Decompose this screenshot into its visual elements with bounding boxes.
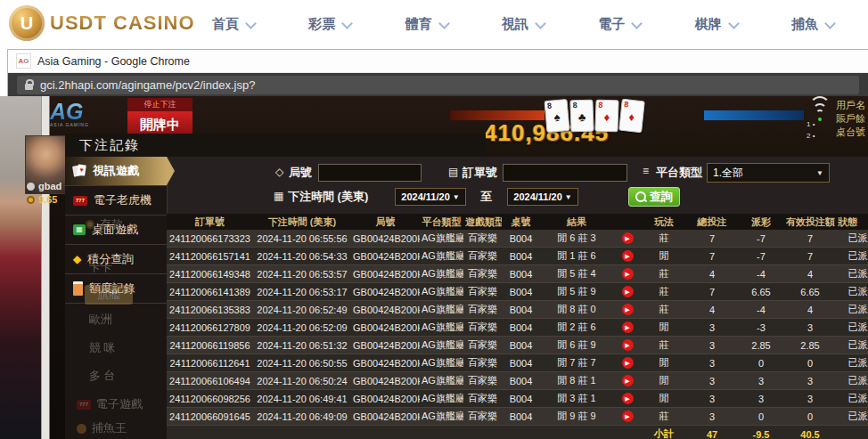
cell-status: 已派彩 [836,372,868,390]
cell-round-no: GB00424B200HG [351,337,420,354]
cell-play-type: 莊 [642,408,686,426]
bet-record-row: 241120066106494 2024-11-20 06:50:24 GB00… [167,372,868,390]
cell-order-no: 241120066106494 [167,372,253,390]
nav-item-fishing[interactable]: 捕魚 [791,16,834,33]
play-video-button[interactable] [622,393,634,404]
url-text: gci.2hhapi.com/agingame/pcv2/index.jsp? [40,78,255,92]
nav-item-home[interactable]: 首頁 [212,16,255,33]
cards-icon [73,165,86,177]
cell-game-type: 百家樂 [463,408,502,426]
cell-valid-bet: 3 [784,319,836,337]
cell-game-type: 百家樂 [463,230,502,248]
platform-type-select[interactable]: 1.全部 [707,163,830,183]
cell-bet-time: 2024-11-20 06:50:24 [253,372,351,390]
nav-item-live[interactable]: 視訊 [502,16,545,33]
tab-video-games[interactable]: 視訊遊戲 [65,157,167,186]
chrome-urlbar: gci.2hhapi.com/agingame/pcv2/index.jsp? [8,73,868,97]
nav-item-lottery[interactable]: 彩票 [308,16,351,33]
balance-row: 9.65 [27,194,57,205]
cell-status: 已派彩 [836,283,868,301]
cell-round-no: GB00424B200HK [351,265,420,283]
nav-label: 視訊 [502,16,528,33]
cell-order-no: 241120066112641 [167,354,253,372]
date-to-select[interactable]: 2024/11/20 [507,188,578,206]
tab-points-query[interactable]: ◆積分查詢 [65,245,167,274]
tab-slot-machines[interactable]: 777電子老虎機 [65,186,167,215]
play-video-button[interactable] [622,304,634,315]
card-suit: ♠ [546,110,569,124]
cell-payout: 3 [738,372,784,390]
cell-play-type: 閒 [642,390,686,408]
nav-item-sports[interactable]: 體育 [405,16,448,33]
cell-platform: AG旗艦廳 [420,354,463,372]
cell-play-type: 莊 [642,301,686,319]
nav-item-slots[interactable]: 電子 [598,16,641,33]
play-video-button[interactable] [622,375,634,386]
header-play-type: 玩法 [642,214,686,230]
play-video-button[interactable] [622,411,634,422]
cell-payout: 6.65 [738,283,784,301]
cell-result: 閒 2 莊 6 [540,319,613,337]
site-logo[interactable]: U USDT CASINO [9,5,195,41]
slot-777-icon: 777 [77,400,91,410]
header-platform: 平台類型 [420,214,463,230]
order-no-input[interactable] [503,164,627,182]
cell-replay [613,408,642,426]
lobby-menu-kaka: 卡卡 [89,259,112,275]
tab-label: 視訊遊戲 [93,163,139,179]
cell-platform: AG旗艦廳 [420,265,463,283]
cell-result: 閒 3 莊 1 [540,390,613,408]
cell-round-no: GB00424B200HJ [351,283,420,301]
play-video-button[interactable] [622,321,634,333]
cell-order-no: 241120066149348 [167,265,253,283]
cell-status: 已派彩 [836,265,868,283]
nav-item-cards[interactable]: 棋牌 [695,16,738,33]
cell-round-no: GB00424B200HN [351,230,420,248]
card-suit: ♦ [620,110,643,124]
header-valid-bet: 有效投注額 [784,214,836,230]
chevron-down-icon [535,18,546,29]
chevron-down-icon [341,18,353,29]
cell-platform: AG旗艦廳 [420,319,463,337]
bet-table-body: 241120066173323 2024-11-20 06:55:56 GB00… [167,230,868,439]
play-video-button[interactable] [622,286,634,297]
cell-status: 已派彩 [836,319,868,337]
play-video-button[interactable] [622,268,634,280]
cell-bet-time: 2024-11-20 06:50:55 [253,354,351,372]
empty-cell [836,426,868,439]
lobby-menu-slots: 777電子遊戲 [77,396,143,412]
cell-payout: -4 [738,265,784,283]
card-suit: ♦ [596,111,618,124]
cell-valid-bet: 6.65 [784,283,836,301]
round-no-input[interactable] [318,164,422,182]
cell-round-no: GB00424B200HC [351,408,420,426]
play-video-button[interactable] [622,357,634,369]
bet-record-row: 241120066141389 2024-11-20 06:53:17 GB00… [167,283,868,301]
logo-badge-icon: U [9,5,45,41]
play-video-button[interactable] [622,232,634,244]
header-status: 狀態 [836,214,868,230]
subtotal-valid: 40.5 [784,426,836,439]
url-field[interactable]: gci.2hhapi.com/agingame/pcv2/index.jsp? [17,76,859,94]
seat-numbers: 1 • 2 • [807,118,815,142]
cell-round-no: GB00424B200HI [351,301,420,319]
favicon-g: G [23,57,29,65]
play-video-button[interactable] [622,339,634,351]
to-label: 至 [480,189,492,205]
date-to-value: 2024/11/20 [513,191,561,202]
chrome-titlebar[interactable]: AG Asia Gaming - Google Chrome [8,50,868,73]
cell-bet-time: 2024-11-20 06:53:57 [253,265,351,283]
cell-table-no: B004 [502,390,540,408]
cell-order-no: 241120066141389 [167,283,253,301]
cell-result: 閒 9 莊 9 [540,408,613,426]
card-rank: 8 [547,101,553,110]
table-header-row: 訂單號 下注時間 (美東) 局號 平台類型 遊戲類型 桌號 結果 玩法 總投注 … [167,214,868,230]
coin-icon [86,220,94,229]
play-video-button[interactable] [622,250,634,262]
magnifier-icon [635,191,646,202]
bet-record-row: 241120066119856 2024-11-20 06:51:32 GB00… [167,337,868,354]
cell-status: 已派彩 [836,408,868,426]
date-from-select[interactable]: 2024/11/20 [395,188,466,206]
search-button[interactable]: 查詢 [628,187,680,207]
username-row: gbad [27,181,61,191]
